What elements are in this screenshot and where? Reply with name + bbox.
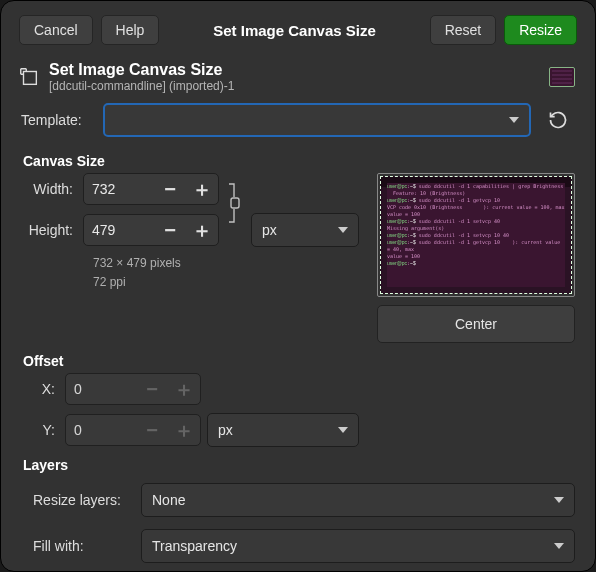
width-spinbox[interactable]: − ＋ (83, 173, 219, 205)
canvas-preview[interactable]: user@pc:~$ sudo ddcutil -d 1 capabilitie… (377, 173, 575, 297)
header-subtitle: [ddcutil-commandline] (imported)-1 (49, 79, 234, 93)
resize-layers-value: None (152, 492, 185, 508)
offset-unit-value: px (218, 422, 233, 438)
height-decrement-button[interactable]: − (154, 214, 186, 246)
help-button[interactable]: Help (101, 15, 160, 45)
dialog-header: Set Image Canvas Size [ddcutil-commandli… (11, 61, 585, 97)
layers-section-title: Layers (11, 447, 585, 477)
canvas-size-icon (17, 65, 41, 89)
fill-with-label: Fill with: (21, 538, 131, 554)
offset-x-decrement-button[interactable]: − (136, 373, 168, 405)
dialog-action-bar: Cancel Help Set Image Canvas Size Reset … (11, 11, 585, 61)
fill-with-value: Transparency (152, 538, 237, 554)
offset-x-input[interactable] (66, 381, 136, 397)
offset-unit-dropdown[interactable]: px (207, 413, 359, 447)
offset-x-row: X: − ＋ (21, 373, 359, 405)
canvas-unit-value: px (262, 222, 277, 238)
template-row: Template: (11, 97, 585, 143)
dialog-header-text: Set Image Canvas Size [ddcutil-commandli… (49, 61, 234, 93)
offset-y-decrement-button[interactable]: − (136, 414, 168, 446)
canvas-dimensions-text: 732 × 479 pixels (21, 255, 359, 272)
canvas-unit-dropdown[interactable]: px (251, 213, 359, 247)
template-reset-button[interactable] (541, 103, 575, 137)
resize-button[interactable]: Resize (504, 15, 577, 45)
cancel-button[interactable]: Cancel (19, 15, 93, 45)
center-button[interactable]: Center (377, 305, 575, 343)
canvas-size-section: Width: − ＋ Height: − ＋ px 732 × 479 pixe… (11, 173, 585, 343)
offset-y-input[interactable] (66, 422, 136, 438)
offset-y-spinbox[interactable]: − ＋ (65, 414, 201, 446)
width-label: Width: (21, 181, 77, 197)
offset-section-title: Offset (11, 343, 585, 373)
offset-x-increment-button[interactable]: ＋ (168, 373, 200, 405)
chevron-down-icon (554, 543, 564, 549)
canvas-size-dialog: Cancel Help Set Image Canvas Size Reset … (0, 0, 596, 572)
height-input[interactable] (84, 222, 154, 238)
width-increment-button[interactable]: ＋ (186, 173, 218, 205)
preview-column: user@pc:~$ sudo ddcutil -d 1 capabilitie… (377, 173, 575, 343)
canvas-size-section-title: Canvas Size (11, 143, 585, 173)
offset-section: X: − ＋ Y: − ＋ px (11, 373, 585, 447)
svg-rect-1 (231, 198, 239, 208)
canvas-resolution-text: 72 ppi (21, 274, 359, 291)
chevron-down-icon (338, 227, 348, 233)
image-thumbnail-small (549, 67, 575, 87)
svg-rect-0 (24, 72, 37, 85)
chevron-down-icon (554, 497, 564, 503)
offset-x-label: X: (21, 381, 59, 397)
width-row: Width: − ＋ (21, 173, 359, 205)
template-label: Template: (21, 112, 93, 128)
layers-section: Resize layers: None Fill with: Transpare… (11, 477, 585, 572)
resize-layers-label: Resize layers: (21, 492, 131, 508)
header-title: Set Image Canvas Size (49, 61, 234, 79)
chevron-down-icon (509, 117, 519, 123)
offset-x-spinbox[interactable]: − ＋ (65, 373, 201, 405)
height-label: Height: (21, 222, 77, 238)
offset-y-increment-button[interactable]: ＋ (168, 414, 200, 446)
reset-button[interactable]: Reset (430, 15, 497, 45)
template-dropdown[interactable] (103, 103, 531, 137)
width-decrement-button[interactable]: − (154, 173, 186, 205)
height-row: Height: − ＋ px (21, 213, 359, 247)
chevron-down-icon (338, 427, 348, 433)
fill-with-row: Fill with: Transparency (21, 523, 575, 569)
offset-y-row: Y: − ＋ px (21, 413, 359, 447)
resize-layers-dropdown[interactable]: None (141, 483, 575, 517)
width-input[interactable] (84, 181, 154, 197)
fill-with-dropdown[interactable]: Transparency (141, 529, 575, 563)
height-spinbox[interactable]: − ＋ (83, 214, 219, 246)
height-increment-button[interactable]: ＋ (186, 214, 218, 246)
offset-y-label: Y: (21, 422, 59, 438)
resize-layers-row: Resize layers: None (21, 477, 575, 523)
dialog-title: Set Image Canvas Size (167, 22, 421, 39)
